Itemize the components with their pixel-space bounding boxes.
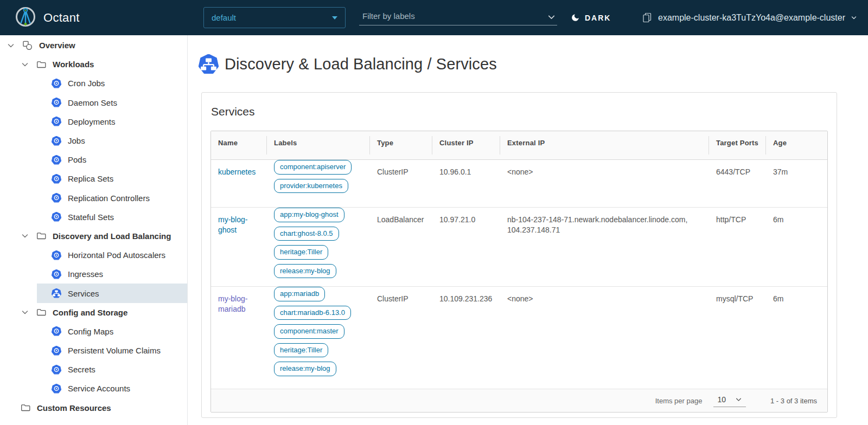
cell-cluster-ip: 10.97.21.0 — [432, 208, 500, 286]
items-per-page-select[interactable]: 10 — [713, 394, 746, 407]
label-badge[interactable]: release:my-blog — [274, 264, 336, 279]
jobs-icon — [52, 136, 61, 146]
sidebar-item-service-accounts[interactable]: Service Accounts — [37, 379, 187, 398]
pods-icon — [52, 155, 61, 165]
label-badge[interactable]: chart:ghost-8.0.5 — [274, 227, 339, 241]
table-row: my-blog-mariadbapp:mariadbchart:mariadb-… — [211, 287, 827, 389]
sidebar-item-replication-controllers[interactable]: Replication Controllers — [37, 189, 187, 208]
label-badge[interactable]: component:apiserver — [274, 160, 352, 175]
sidebar-item-label: Replication Controllers — [68, 194, 150, 203]
cell-name: my-blog-ghost — [211, 208, 267, 286]
theme-toggle-label: DARK — [585, 14, 611, 22]
chevron-down-icon[interactable] — [21, 308, 29, 317]
sidebar-item-deployments[interactable]: Deployments — [37, 112, 187, 131]
ingresses-icon — [52, 269, 61, 279]
sidebar-item-services[interactable]: Services — [37, 284, 187, 302]
replication-controllers-icon — [52, 193, 61, 203]
sidebar-item-config-and-storage[interactable]: Config and Storage — [0, 303, 187, 322]
sidebar-item-pods[interactable]: Pods — [37, 150, 187, 169]
page-title: Discovery & Load Balancing / Services — [225, 55, 497, 73]
label-badge[interactable]: heritage:Tiller — [274, 245, 328, 260]
sidebar-item-discovery-and-load-balancing[interactable]: Discovery and Load Balancing — [0, 227, 187, 246]
sidebar-item-jobs[interactable]: Jobs — [37, 131, 187, 150]
service-link[interactable]: my-blog-mariadb — [218, 294, 247, 313]
service-icon — [199, 54, 219, 74]
chevron-down-icon[interactable] — [21, 60, 29, 69]
replica-sets-icon — [52, 174, 61, 184]
label-badge[interactable]: component:master — [274, 324, 344, 339]
dark-theme-toggle[interactable]: DARK — [567, 0, 614, 35]
horizontal-pod-autoscalers-icon — [52, 250, 61, 260]
chevron-down-icon — [851, 15, 857, 21]
folder-icon — [36, 60, 46, 69]
sidebar-item-ingresses[interactable]: Ingresses — [37, 265, 187, 284]
column-header-name: Name — [211, 131, 267, 159]
service-link[interactable]: my-blog-ghost — [218, 215, 247, 234]
sidebar-item-label: Workloads — [53, 60, 94, 69]
cell-age: 37m — [766, 160, 827, 207]
cell-age: 6m — [766, 208, 827, 286]
sidebar-item-label: Config Maps — [68, 327, 113, 336]
sidebar-item-secrets[interactable]: Secrets — [37, 360, 187, 379]
chevron-down-icon[interactable] — [7, 41, 15, 50]
daemon-sets-icon — [52, 98, 61, 107]
top-header: Octant default DARK example-cluster-ka3T… — [0, 0, 868, 35]
cell-target-ports: mysql/TCP — [709, 287, 766, 389]
service-accounts-icon — [52, 384, 61, 394]
table-body: kubernetescomponent:apiserverprovider:ku… — [211, 160, 827, 389]
cell-external-ip: nb-104-237-148-71.newark.nodebalancer.li… — [500, 208, 709, 286]
sidebar-item-label: Service Accounts — [68, 384, 130, 393]
column-header-age: Age — [766, 131, 827, 159]
service-link[interactable]: kubernetes — [218, 168, 256, 176]
table-row: kubernetescomponent:apiserverprovider:ku… — [211, 160, 827, 208]
cell-external-ip: <none> — [500, 287, 709, 389]
services-icon — [52, 288, 61, 298]
page-title-block: Discovery & Load Balancing / Services — [199, 54, 868, 74]
items-per-page-label: Items per page — [655, 397, 703, 405]
column-header-type: Type — [370, 131, 432, 159]
cell-labels: app:mariadbchart:mariadb-6.13.0component… — [267, 287, 370, 389]
sidebar-item-label: Jobs — [68, 136, 85, 145]
external-ip-value: nb-104-237-148-71.newark.nodebalancer.li… — [507, 215, 702, 235]
sidebar-item-label: Custom Resources — [37, 403, 111, 413]
sidebar-item-label: Horizontal Pod Autoscalers — [68, 250, 165, 260]
namespace-select[interactable]: default — [203, 7, 346, 28]
label-badge[interactable]: provider:kubernetes — [274, 179, 348, 194]
cluster-context-label: example-cluster-ka3TuTzYo4a@example-clus… — [658, 13, 845, 23]
sidebar-item-daemon-sets[interactable]: Daemon Sets — [37, 93, 187, 112]
sidebar-item-label: Overview — [39, 41, 75, 50]
folder-icon — [36, 307, 46, 317]
label-badge[interactable]: app:mariadb — [274, 287, 325, 301]
persistent-volume-claims-icon — [52, 346, 61, 356]
services-card: Services NameLabelsTypeCluster IPExterna… — [201, 92, 837, 418]
cell-target-ports: http/TCP — [709, 208, 766, 286]
cron-jobs-icon — [52, 79, 61, 88]
sidebar-item-cron-jobs[interactable]: Cron Jobs — [37, 74, 187, 93]
label-filter-input[interactable] — [359, 11, 547, 23]
items-per-page-value: 10 — [717, 395, 726, 404]
column-header-cluster-ip: Cluster IP — [432, 131, 500, 159]
octant-logo-icon — [15, 7, 36, 29]
table-header-row: NameLabelsTypeCluster IPExternal IPTarge… — [211, 131, 827, 160]
cell-type: ClusterIP — [370, 160, 432, 207]
label-badge[interactable]: app:my-blog-ghost — [274, 208, 344, 222]
cluster-context-switcher[interactable]: example-cluster-ka3TuTzYo4a@example-clus… — [642, 0, 857, 35]
label-badge[interactable]: heritage:Tiller — [274, 343, 328, 358]
sidebar-item-replica-sets[interactable]: Replica Sets — [37, 169, 187, 188]
chevron-down-icon[interactable] — [21, 231, 29, 240]
label-filter — [359, 9, 557, 25]
sidebar-item-horizontal-pod-autoscalers[interactable]: Horizontal Pod Autoscalers — [37, 246, 187, 265]
chevron-down-icon[interactable] — [547, 12, 557, 22]
sidebar-item-workloads[interactable]: Workloads — [0, 55, 187, 74]
label-badge[interactable]: release:my-blog — [274, 362, 336, 376]
label-badge[interactable]: chart:mariadb-6.13.0 — [274, 306, 351, 320]
sidebar-item-persistent-volume-claims[interactable]: Persistent Volume Claims — [37, 341, 187, 360]
sidebar-item-config-maps[interactable]: Config Maps — [37, 322, 187, 341]
copy-window-icon — [642, 12, 653, 23]
sidebar-navigation: OverviewWorkloadsCron JobsDaemon SetsDep… — [0, 35, 188, 425]
sidebar-item-overview[interactable]: Overview — [0, 36, 187, 55]
sidebar-item-label: Services — [68, 289, 99, 298]
octant-logo[interactable]: Octant — [15, 0, 80, 35]
sidebar-item-stateful-sets[interactable]: Stateful Sets — [37, 208, 187, 227]
sidebar-item-custom-resources[interactable]: Custom Resources — [0, 398, 187, 417]
